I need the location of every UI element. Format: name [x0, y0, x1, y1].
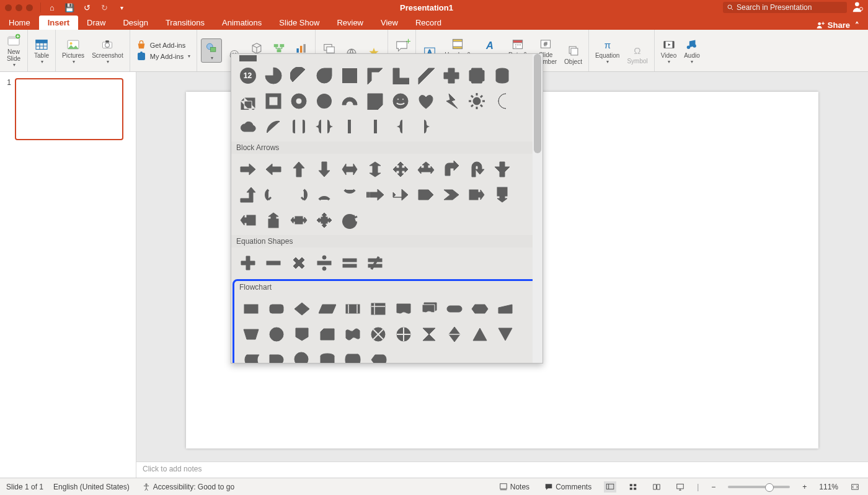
shape-cube[interactable]	[235, 88, 260, 114]
home-icon[interactable]: ⌂	[43, 3, 61, 12]
shape-recent-badge[interactable]: 12	[235, 63, 260, 88]
arrow-up-callout[interactable]	[260, 207, 286, 233]
fc-terminator[interactable]	[441, 296, 467, 321]
fc-document[interactable]	[391, 296, 416, 321]
fc-multi-document[interactable]	[416, 296, 441, 321]
shape-arc[interactable]	[260, 114, 286, 139]
fit-to-window-button[interactable]	[848, 481, 862, 493]
tab-draw[interactable]: Draw	[78, 16, 114, 30]
notes-field[interactable]: Click to add notes	[136, 462, 868, 478]
fc-or[interactable]	[391, 321, 416, 347]
view-normal-button[interactable]	[604, 481, 616, 493]
shape-lightning[interactable]	[438, 88, 464, 114]
video-button[interactable]: Video▾	[658, 36, 679, 66]
shape-plaque[interactable]	[464, 63, 489, 88]
fc-collate[interactable]	[416, 321, 441, 347]
arrow-up-down[interactable]	[362, 156, 388, 182]
arrow-down-callout[interactable]	[489, 182, 515, 207]
dropdown-scrollbar[interactable]	[533, 54, 542, 363]
pictures-button[interactable]: Pictures ▾	[60, 36, 87, 66]
symbol-button[interactable]: ΩSymbol	[624, 42, 650, 66]
shape-left-brace[interactable]	[388, 114, 413, 139]
view-sorter-button[interactable]	[626, 481, 640, 493]
fc-internal-storage[interactable]	[365, 296, 391, 321]
shape-l-shape[interactable]	[388, 63, 413, 88]
zoom-slider[interactable]	[728, 486, 790, 488]
fc-extract[interactable]	[467, 321, 492, 347]
fc-stored-data[interactable]	[238, 347, 264, 363]
shape-rect-top[interactable]	[235, 54, 260, 63]
shapes-dropdown[interactable]: 12 Block Arrows	[231, 53, 543, 363]
arrow-quad[interactable]	[388, 156, 413, 182]
arrow-up[interactable]	[286, 156, 311, 182]
eq-minus[interactable]	[260, 250, 286, 275]
fc-summing-junction[interactable]	[365, 321, 391, 347]
shape-frame[interactable]	[337, 63, 362, 88]
fc-preparation[interactable]	[467, 296, 492, 321]
fc-sequential-storage[interactable]	[289, 347, 314, 363]
undo-icon[interactable]: ↺	[78, 3, 95, 12]
fc-display[interactable]	[365, 347, 391, 363]
shape-double-brace[interactable]	[311, 114, 337, 139]
search-input[interactable]: Search in Presentation	[723, 2, 847, 13]
minimize-dot[interactable]	[16, 4, 22, 11]
eq-plus[interactable]	[235, 250, 260, 275]
eq-equal[interactable]	[337, 250, 362, 275]
new-slide-button[interactable]: New Slide ▾	[4, 32, 24, 69]
audio-button[interactable]: Audio▾	[681, 36, 702, 66]
redo-icon[interactable]: ↻	[95, 3, 113, 12]
tab-home[interactable]: Home	[0, 16, 39, 30]
status-accessibility[interactable]: Accessibility: Good to go	[140, 481, 237, 493]
arrow-right[interactable]	[235, 156, 260, 182]
slide-thumbnail-pane[interactable]: 1	[0, 72, 136, 478]
tab-insert[interactable]: Insert	[39, 16, 78, 30]
shape-chord[interactable]	[286, 63, 311, 88]
arrow-left-callout[interactable]	[235, 207, 260, 233]
status-language[interactable]: English (United States)	[53, 483, 130, 491]
arrow-bent-up[interactable]	[235, 182, 260, 207]
shape-right-bracket[interactable]	[362, 114, 388, 139]
shape-double-bracket[interactable]	[286, 114, 311, 139]
fc-card[interactable]	[314, 321, 340, 347]
tab-slideshow[interactable]: Slide Show	[270, 16, 328, 30]
slide-thumbnail-1[interactable]	[15, 78, 123, 140]
shape-left-bracket[interactable]	[337, 114, 362, 139]
fc-decision[interactable]	[289, 296, 314, 321]
fc-offpage-connector[interactable]	[289, 321, 314, 347]
arrow-chevron[interactable]	[438, 182, 464, 207]
fc-punched-tape[interactable]	[340, 321, 365, 347]
shape-bevel[interactable]	[260, 88, 286, 114]
table-button[interactable]: Table ▾	[32, 36, 51, 66]
zoom-dot[interactable]	[26, 4, 33, 11]
status-comments-button[interactable]: Comments	[542, 481, 594, 493]
arrow-circular[interactable]	[337, 207, 362, 233]
screenshot-button[interactable]: Screenshot ▾	[89, 36, 126, 66]
tab-animations[interactable]: Animations	[213, 16, 270, 30]
shape-moon[interactable]	[489, 88, 515, 114]
equation-button[interactable]: πEquation▾	[593, 36, 622, 66]
qat-more-icon[interactable]: ▾	[113, 4, 130, 11]
arrow-left-up[interactable]	[489, 156, 515, 182]
shape-no-symbol[interactable]	[311, 88, 337, 114]
shape-diagonal-stripe[interactable]	[413, 63, 438, 88]
arrow-right-callout[interactable]	[464, 182, 489, 207]
tab-view[interactable]: View	[372, 16, 407, 30]
shape-folded-corner[interactable]	[362, 88, 388, 114]
shape-heart[interactable]	[413, 88, 438, 114]
arrow-notched-right[interactable]	[388, 182, 413, 207]
shape-pie[interactable]	[260, 63, 286, 88]
fc-manual-input[interactable]	[492, 296, 518, 321]
shape-cross[interactable]	[438, 63, 464, 88]
fc-predefined[interactable]	[340, 296, 365, 321]
fc-delay[interactable]	[264, 347, 289, 363]
tab-record[interactable]: Record	[407, 16, 450, 30]
zoom-percent[interactable]: 111%	[819, 483, 838, 491]
tab-review[interactable]: Review	[328, 16, 372, 30]
account-icon[interactable]	[852, 1, 864, 15]
shape-cloud[interactable]	[235, 114, 260, 139]
collapse-ribbon-icon[interactable]: ˄	[855, 20, 859, 30]
fc-magnetic-disk[interactable]	[314, 347, 340, 363]
arrow-left-right-up[interactable]	[413, 156, 438, 182]
arrow-curved-right[interactable]	[260, 182, 286, 207]
fc-connector[interactable]	[264, 321, 289, 347]
